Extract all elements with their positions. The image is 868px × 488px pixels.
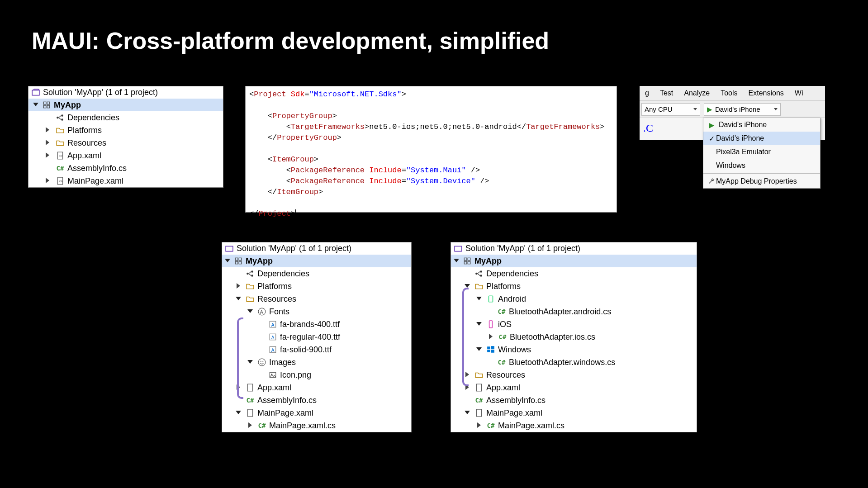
caret-right-icon[interactable] <box>236 283 242 289</box>
resources-node[interactable]: Resources <box>451 369 697 381</box>
wrench-icon <box>707 177 716 186</box>
solution-header[interactable]: Solution 'MyApp' (1 of 1 project) <box>28 86 223 99</box>
svg-line-9 <box>59 118 62 120</box>
bt-android-file[interactable]: C# BluetoothAdapter.android.cs <box>451 305 697 318</box>
dropdown-item[interactable]: Windows <box>703 159 820 172</box>
toolbar-panel: g Test Analyze Tools Extensions Wi Any C… <box>640 86 825 140</box>
resources-node[interactable]: Resources <box>222 293 411 305</box>
solution-header[interactable]: Solution 'MyApp' (1 of 1 project) <box>222 242 411 255</box>
mainpage-node[interactable]: MainPage.xaml <box>451 407 697 419</box>
images-icon <box>257 358 266 367</box>
caret-right-icon[interactable] <box>247 422 254 429</box>
android-icon <box>486 294 495 303</box>
images-node[interactable]: Images <box>222 356 411 369</box>
fonts-node[interactable]: A Fonts <box>222 305 411 318</box>
dropdown-debug-props[interactable]: MyApp Debug Properties <box>703 175 820 188</box>
platforms-node[interactable]: Platforms <box>222 280 411 293</box>
assembly-node[interactable]: C# AssemblyInfo.cs <box>451 394 697 407</box>
fonts-icon: A <box>257 307 266 316</box>
target-dropdown[interactable]: ▶ David's iPhone <box>704 103 781 116</box>
dependencies-node[interactable]: Dependencies <box>28 111 223 124</box>
mainpage-node[interactable]: MainPage.xaml <box>222 407 411 419</box>
xaml-file-icon: <> <box>56 151 65 160</box>
svg-rect-41 <box>468 258 470 261</box>
csharp-file-icon: C# <box>246 396 255 405</box>
app-xaml-node[interactable]: App.xaml <box>451 381 697 394</box>
caret-down-icon[interactable] <box>236 296 242 302</box>
menu-item-analyze[interactable]: Analyze <box>678 89 715 97</box>
platform-dropdown[interactable]: Any CPU <box>641 103 700 116</box>
project-node[interactable]: MyApp <box>28 99 223 111</box>
app-xaml-node[interactable]: <> App.xaml <box>28 149 223 162</box>
solution-header[interactable]: Solution 'MyApp' (1 of 1 project) <box>451 242 697 255</box>
caret-right-icon[interactable] <box>45 140 51 146</box>
caret-down-icon[interactable] <box>236 410 242 416</box>
menu-item[interactable]: Wi <box>789 89 809 97</box>
dependencies-node[interactable]: Dependencies <box>222 267 411 280</box>
menu-item[interactable]: g <box>640 89 655 97</box>
bt-ios-file[interactable]: C# BluetoothAdapter.ios.cs <box>451 331 697 343</box>
svg-rect-0 <box>32 90 39 95</box>
svg-rect-37 <box>247 384 252 391</box>
folder-icon <box>474 370 484 379</box>
app-xaml-node[interactable]: App.xaml <box>222 381 411 394</box>
solution-explorer-2: Solution 'MyApp' (1 of 1 project) MyApp … <box>222 242 412 432</box>
project-node[interactable]: MyApp <box>451 255 697 267</box>
caret-right-icon[interactable] <box>488 334 494 340</box>
folder-icon <box>56 126 65 135</box>
font-file[interactable]: A fa-regular-400.ttf <box>222 331 411 343</box>
solution-explorer-1: Solution 'MyApp' (1 of 1 project) MyApp … <box>28 86 223 188</box>
menu-item-extensions[interactable]: Extensions <box>743 89 789 97</box>
resources-node[interactable]: Resources <box>28 137 223 149</box>
caret-down-icon[interactable] <box>454 258 460 264</box>
caret-right-icon[interactable] <box>476 422 483 429</box>
caret-down-icon[interactable] <box>465 410 471 416</box>
platforms-node[interactable]: Platforms <box>451 280 697 293</box>
platforms-node[interactable]: Platforms <box>28 124 223 137</box>
caret-right-icon[interactable] <box>45 152 51 159</box>
assembly-node[interactable]: C# AssemblyInfo.cs <box>222 394 411 407</box>
menu-bar: g Test Analyze Tools Extensions Wi <box>640 86 825 100</box>
font-file[interactable]: A fa-brands-400.ttf <box>222 318 411 331</box>
svg-rect-53 <box>487 350 490 352</box>
caret-down-icon[interactable] <box>225 258 231 264</box>
mainpage-node[interactable]: <> MainPage.xaml <box>28 175 223 187</box>
font-file[interactable]: A fa-solid-900.ttf <box>222 343 411 356</box>
caret-right-icon[interactable] <box>45 178 51 184</box>
caret-down-icon[interactable] <box>247 359 254 365</box>
dropdown-item[interactable]: ▶ David's iPhone <box>703 118 820 132</box>
caret-down-icon[interactable] <box>247 308 254 315</box>
dependencies-node[interactable]: Dependencies <box>451 267 697 280</box>
menu-item-test[interactable]: Test <box>655 89 678 97</box>
bt-windows-file[interactable]: C# BluetoothAdapter.windows.cs <box>451 356 697 369</box>
assembly-node[interactable]: C# AssemblyInfo.cs <box>28 162 223 175</box>
highlight-bracket <box>462 288 469 386</box>
svg-text:A: A <box>271 335 275 340</box>
project-label: MyApp <box>54 100 81 110</box>
svg-point-32 <box>258 359 266 366</box>
svg-point-21 <box>251 275 253 277</box>
dropdown-item-selected[interactable]: ✓ David's iPhone <box>703 132 820 145</box>
code-editor[interactable]: <Project Sdk="Microsoft.NET.Sdks"> <Prop… <box>245 86 617 213</box>
mainpage-cs-node[interactable]: C# MainPage.xaml.cs <box>222 419 411 432</box>
caret-down-icon[interactable] <box>476 296 483 302</box>
xaml-file-icon <box>474 408 484 417</box>
dependencies-icon <box>246 269 255 278</box>
menu-item-tools[interactable]: Tools <box>715 89 743 97</box>
dropdown-item[interactable]: Pixel3a Emulator <box>703 145 820 159</box>
svg-rect-54 <box>491 350 494 353</box>
solution-icon <box>31 88 40 97</box>
folder-icon <box>474 282 484 291</box>
project-node[interactable]: MyApp <box>222 255 411 267</box>
windows-node[interactable]: Windows <box>451 343 697 356</box>
mainpage-cs-node[interactable]: C# MainPage.xaml.cs <box>451 419 697 432</box>
ios-node[interactable]: iOS <box>451 318 697 331</box>
image-file[interactable]: Icon.png <box>222 369 411 381</box>
caret-down-icon[interactable] <box>476 346 483 353</box>
caret-down-icon[interactable] <box>33 102 39 108</box>
caret-right-icon[interactable] <box>45 127 51 133</box>
android-node[interactable]: Android <box>451 293 697 305</box>
platforms-label: Platforms <box>67 126 102 135</box>
caret-down-icon[interactable] <box>476 321 483 327</box>
mainpage-label: MainPage.xaml <box>67 176 123 186</box>
